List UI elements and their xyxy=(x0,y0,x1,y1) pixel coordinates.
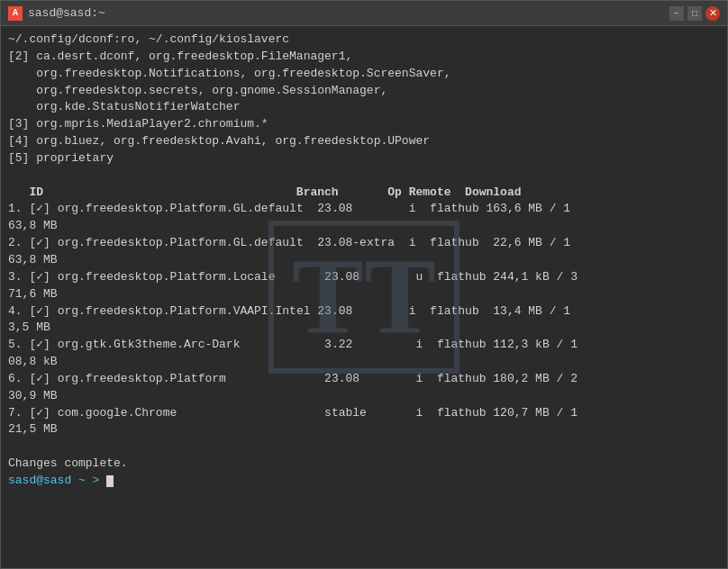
maximize-button[interactable]: □ xyxy=(687,6,702,21)
close-button[interactable]: ✕ xyxy=(705,6,720,21)
minimize-button[interactable]: − xyxy=(669,6,684,21)
terminal-window: A sasd@sasd:~ − □ ✕ TT ~/.config/dconf:r… xyxy=(0,0,728,569)
titlebar: A sasd@sasd:~ − □ ✕ xyxy=(1,1,727,26)
app-icon: A xyxy=(8,6,23,21)
terminal-output: ~/.config/dconf:ro, ~/.config/kioslaverc… xyxy=(8,32,720,490)
titlebar-left: A sasd@sasd:~ xyxy=(8,6,105,21)
terminal-body[interactable]: TT ~/.config/dconf:ro, ~/.config/kioslav… xyxy=(1,26,727,568)
window-controls: − □ ✕ xyxy=(669,6,720,21)
window-title: sasd@sasd:~ xyxy=(28,6,105,20)
